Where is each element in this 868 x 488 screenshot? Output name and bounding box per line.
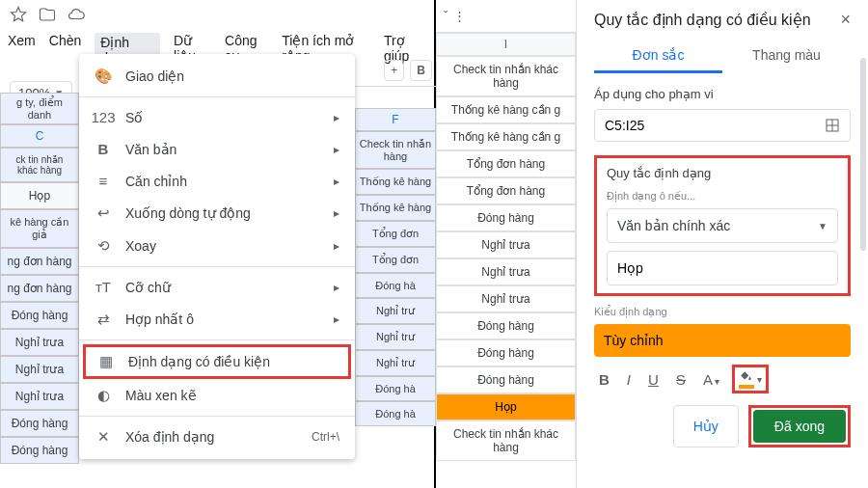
close-icon[interactable]: × [840, 10, 851, 30]
style-label: Kiểu định dạng [594, 306, 851, 318]
menu-wrap[interactable]: ↩Xuống dòng tự động▸ [79, 197, 355, 230]
menu-text[interactable]: BVăn bản▸ [79, 133, 355, 165]
range-input-box[interactable] [594, 109, 851, 142]
menu-clear-format[interactable]: ✕Xóa định dạngCtrl+\ [79, 420, 355, 453]
chevron-down-icon[interactable]: ˇ [444, 9, 448, 23]
title-icons [0, 0, 434, 29]
cloud-icon[interactable] [68, 6, 85, 23]
apply-range-label: Áp dụng cho phạm vi [594, 87, 851, 101]
menu-rotate[interactable]: ⟲Xoay▸ [79, 230, 355, 262]
rule-condition-select[interactable]: Văn bản chính xác▼ [607, 208, 838, 243]
strike-button[interactable]: S [671, 367, 691, 392]
menu-view[interactable]: Xem [8, 33, 36, 68]
panel-title: Quy tắc định dạng có điều kiện [594, 11, 811, 29]
tab-single-color[interactable]: Đơn sắc [594, 40, 722, 73]
rule-value-input[interactable] [607, 251, 838, 285]
menu-theme[interactable]: 🎨Giao diện [79, 60, 355, 93]
done-button[interactable]: Đã xong [753, 410, 846, 443]
panel-tabs: Đơn sắc Thang màu [594, 40, 851, 73]
range-select-icon[interactable] [825, 118, 840, 133]
text-color-button[interactable]: A▾ [698, 367, 724, 392]
sheet-mid-col: +B F Check tin nhắn hàng Thống kê hàng T… [355, 54, 436, 488]
style-preview[interactable]: Tùy chỉnh [594, 324, 851, 357]
conditional-format-panel: Quy tắc định dạng có điều kiện × Đơn sắc… [577, 0, 868, 488]
underline-button[interactable]: U [643, 367, 664, 392]
sheet-right-col: ˇ⋮ I Check tin nhắn khác hàng Thống kê h… [436, 0, 577, 488]
bold-toolbar[interactable]: B [410, 60, 432, 81]
fill-color-button[interactable]: ▾ [732, 365, 769, 393]
menu-alt-colors[interactable]: ◐Màu xen kẽ [79, 379, 355, 412]
paint-bucket-icon [739, 369, 754, 383]
bold-button[interactable]: B [594, 367, 614, 392]
tab-color-scale[interactable]: Thang màu [722, 40, 851, 73]
menu-align[interactable]: ≡Căn chỉnh▸ [79, 165, 355, 197]
scrollbar[interactable] [860, 58, 866, 251]
cancel-button[interactable]: Hủy [673, 405, 739, 447]
format-toolbar: B I U S A▾ ▾ [594, 365, 851, 393]
add-sheet-button[interactable]: + [384, 60, 404, 81]
folder-move-icon[interactable] [39, 6, 56, 23]
italic-button[interactable]: I [622, 367, 636, 392]
menu-number[interactable]: 123Số▸ [79, 101, 355, 133]
format-rule-section: Quy tắc định dạng Định dạng ô nếu... Văn… [594, 155, 851, 296]
menu-insert[interactable]: Chèn [49, 33, 81, 68]
star-icon[interactable] [10, 6, 27, 23]
format-dropdown: 🎨Giao diện 123Số▸ BVăn bản▸ ≡Căn chỉnh▸ … [79, 54, 355, 459]
menu-conditional-format[interactable]: ▦Định dạng có điều kiện [83, 344, 351, 379]
range-input[interactable] [605, 118, 825, 133]
menu-fontsize[interactable]: тTCỡ chữ▸ [79, 271, 355, 303]
sheet-left-col: g ty, điểm danh C ck tin nhắn khác hàng … [0, 93, 79, 488]
menu-merge[interactable]: ⇄Hợp nhất ô▸ [79, 303, 355, 336]
